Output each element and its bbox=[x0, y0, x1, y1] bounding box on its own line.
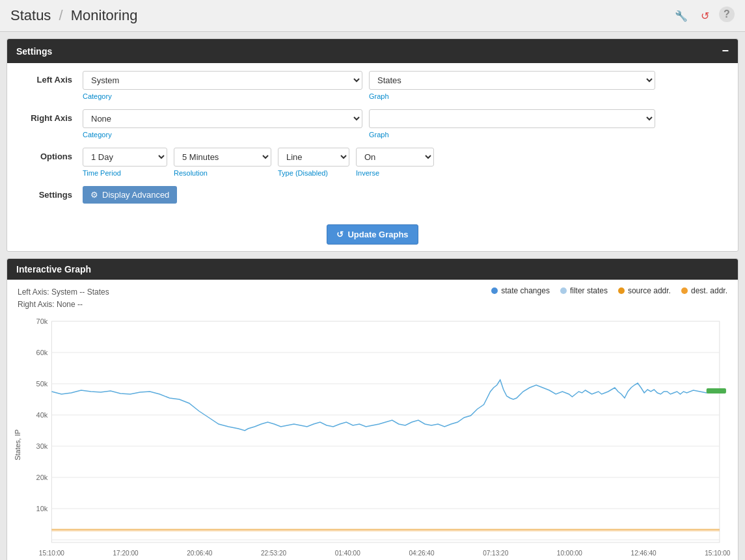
legend-label-state-changes: state changes bbox=[501, 286, 550, 295]
right-axis-category-select[interactable]: None bbox=[83, 109, 362, 128]
settings-settings-row: Settings ⚙ Display Advanced bbox=[18, 186, 727, 204]
right-axis-graph-label: Graph bbox=[369, 131, 655, 139]
left-axis-content: System Category States Graph bbox=[83, 71, 727, 100]
right-axis-graph-select[interactable] bbox=[369, 109, 655, 128]
svg-text:20:06:40: 20:06:40 bbox=[187, 550, 213, 557]
svg-text:15:10:00: 15:10:00 bbox=[705, 550, 731, 557]
type-label: Type (Disabled) bbox=[278, 169, 349, 177]
legend-dest-addr: dest. addr. bbox=[681, 286, 727, 295]
settings-panel-title: Settings bbox=[16, 46, 52, 57]
left-axis-graph-select[interactable]: States bbox=[369, 71, 655, 90]
svg-text:15:10:00: 15:10:00 bbox=[39, 550, 65, 557]
graph-body: Left Axis: System -- States Right Axis: … bbox=[7, 280, 738, 560]
svg-text:04:26:40: 04:26:40 bbox=[409, 550, 435, 557]
svg-text:40k: 40k bbox=[36, 411, 48, 419]
right-axis-category-group: None Category bbox=[83, 109, 362, 139]
right-axis-row: Right Axis None Category Graph bbox=[18, 109, 727, 139]
left-axis-graph-group: States Graph bbox=[369, 71, 655, 100]
svg-rect-17 bbox=[707, 388, 726, 393]
svg-text:12:46:40: 12:46:40 bbox=[631, 550, 657, 557]
title-status: Status bbox=[10, 7, 51, 23]
type-group: Line Type (Disabled) bbox=[278, 148, 349, 177]
refresh-icon[interactable]: ↺ bbox=[696, 7, 714, 25]
graph-panel-header: Interactive Graph bbox=[7, 259, 738, 280]
svg-text:10:00:00: 10:00:00 bbox=[557, 550, 583, 557]
graph-subtitle: Left Axis: System -- States Right Axis: … bbox=[18, 286, 109, 311]
wrench-icon[interactable]: 🔧 bbox=[672, 7, 690, 25]
svg-text:07:13:20: 07:13:20 bbox=[483, 550, 509, 557]
right-axis-graph-group: Graph bbox=[369, 109, 655, 139]
legend-dot-filter-states bbox=[560, 287, 567, 294]
svg-text:01:40:00: 01:40:00 bbox=[335, 550, 361, 557]
graph-panel: Interactive Graph Left Axis: System -- S… bbox=[7, 258, 738, 560]
update-row: ↺ Update Graphs bbox=[7, 220, 738, 251]
page-header: Status / Monitoring 🔧 ↺ ? bbox=[0, 0, 745, 32]
svg-text:States, IP: States, IP bbox=[14, 430, 21, 461]
refresh-icon: ↺ bbox=[336, 230, 344, 239]
legend-dot-dest-addr bbox=[681, 287, 688, 294]
svg-text:22:53:20: 22:53:20 bbox=[261, 550, 287, 557]
resolution-label: Resolution bbox=[174, 169, 271, 177]
svg-rect-1 bbox=[51, 321, 719, 542]
time-period-label: Time Period bbox=[83, 169, 167, 177]
gear-icon: ⚙ bbox=[90, 190, 98, 200]
time-period-group: 1 Day Time Period bbox=[83, 148, 167, 177]
legend-source-addr: source addr. bbox=[618, 286, 671, 295]
svg-text:50k: 50k bbox=[36, 380, 48, 388]
inverse-select[interactable]: On bbox=[356, 148, 434, 167]
help-icon[interactable]: ? bbox=[719, 7, 735, 22]
legend-label-filter-states: filter states bbox=[570, 286, 608, 295]
time-period-select[interactable]: 1 Day bbox=[83, 148, 167, 167]
chart-container[interactable]: 70k 60k 50k 40k 30k 20k 10k States, IP 1… bbox=[12, 315, 733, 560]
options-label: Options bbox=[18, 148, 83, 161]
title-monitoring: Monitoring bbox=[71, 7, 138, 23]
legend-label-dest-addr: dest. addr. bbox=[691, 286, 727, 295]
type-select[interactable]: Line bbox=[278, 148, 349, 167]
graph-panel-title: Interactive Graph bbox=[16, 264, 91, 274]
svg-text:17:20:00: 17:20:00 bbox=[113, 550, 139, 557]
left-axis-label: Left Axis bbox=[18, 71, 83, 85]
left-axis-category-group: System Category bbox=[83, 71, 362, 100]
right-axis-label: Right Axis bbox=[18, 109, 83, 123]
inverse-group: On Inverse bbox=[356, 148, 434, 177]
settings-collapse-button[interactable]: − bbox=[722, 44, 729, 58]
options-row: Options 1 Day Time Period 5 Minutes Reso… bbox=[18, 148, 727, 177]
resolution-select[interactable]: 5 Minutes bbox=[174, 148, 271, 167]
svg-text:60k: 60k bbox=[36, 349, 48, 356]
graph-top: Left Axis: System -- States Right Axis: … bbox=[12, 286, 733, 311]
update-graphs-button[interactable]: ↺ Update Graphs bbox=[327, 224, 418, 245]
inverse-label: Inverse bbox=[356, 169, 434, 177]
options-content: 1 Day Time Period 5 Minutes Resolution L… bbox=[83, 148, 727, 177]
legend-label-source-addr: source addr. bbox=[628, 286, 671, 295]
right-axis-category-label: Category bbox=[83, 131, 362, 139]
display-advanced-button[interactable]: ⚙ Display Advanced bbox=[83, 186, 177, 204]
left-axis-graph-label: Graph bbox=[369, 92, 655, 100]
page-title: Status / Monitoring bbox=[10, 7, 137, 24]
settings-panel-header: Settings − bbox=[7, 39, 738, 63]
left-axis-category-label: Category bbox=[83, 92, 362, 100]
resolution-group: 5 Minutes Resolution bbox=[174, 148, 271, 177]
legend-filter-states: filter states bbox=[560, 286, 608, 295]
legend-dot-source-addr bbox=[618, 287, 625, 294]
legend-state-changes: state changes bbox=[491, 286, 550, 295]
header-icons: 🔧 ↺ ? bbox=[672, 7, 735, 25]
svg-text:70k: 70k bbox=[36, 317, 48, 325]
settings-row-label: Settings bbox=[18, 186, 83, 200]
legend-dot-state-changes bbox=[491, 287, 498, 294]
left-axis-category-select[interactable]: System bbox=[83, 71, 362, 90]
svg-text:10k: 10k bbox=[36, 505, 48, 513]
settings-panel: Settings − Left Axis System Category Sta… bbox=[7, 38, 738, 252]
svg-text:30k: 30k bbox=[36, 442, 48, 450]
title-slash: / bbox=[55, 7, 66, 23]
right-axis-content: None Category Graph bbox=[83, 109, 727, 139]
svg-text:20k: 20k bbox=[36, 473, 48, 481]
settings-row-content: ⚙ Display Advanced bbox=[83, 186, 727, 204]
interactive-chart[interactable]: 70k 60k 50k 40k 30k 20k 10k States, IP 1… bbox=[12, 315, 733, 560]
left-axis-row: Left Axis System Category States Graph bbox=[18, 71, 727, 100]
settings-body: Left Axis System Category States Graph R bbox=[7, 63, 738, 220]
graph-legend: state changes filter states source addr.… bbox=[491, 286, 727, 295]
